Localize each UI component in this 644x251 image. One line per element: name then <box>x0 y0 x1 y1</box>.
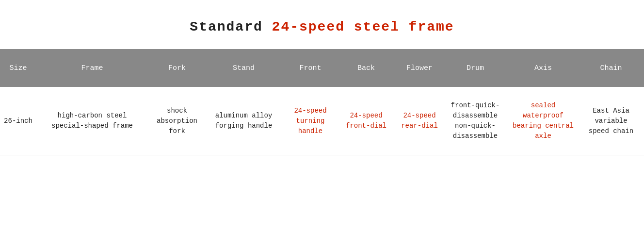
cell-axis: sealed waterproof bearing central axle <box>504 87 582 155</box>
cell-text-drum: front-quick- disassemble non-quick- disa… <box>451 100 500 141</box>
header-front: Front <box>281 49 339 87</box>
cell-frame: high-carbon steel special-shaped frame <box>36 87 148 155</box>
cell-front: 24-speed turning handle <box>281 87 339 155</box>
header-chain2: Chain <box>640 49 644 87</box>
cell-text-size: 26-inch <box>4 116 32 126</box>
cell-fork: shock absorption fork <box>148 87 206 155</box>
header-axis: Axis <box>504 49 582 87</box>
cell-text-stand: aluminum alloy forging handle <box>215 111 273 131</box>
cell-text-flower: 24-speed rear-dial <box>401 111 438 131</box>
title-part2: 24-speed steel frame <box>272 19 454 34</box>
table-body: 26-inchhigh-carbon steel special-shaped … <box>0 87 644 155</box>
header-drum: Drum <box>446 49 504 87</box>
cell-text-back: 24-speed front-dial <box>346 111 386 131</box>
header-back: Back <box>339 49 393 87</box>
title-section: Standard 24-speed steel frame <box>0 0 644 49</box>
cell-text-front: 24-speed turning handle <box>284 106 337 136</box>
header-frame: Frame <box>36 49 148 87</box>
cell-flower: 24-speed rear-dial <box>393 87 446 155</box>
header-stand: Stand <box>206 49 281 87</box>
header-row: Size Frame Fork Stand Front Back Flower … <box>0 49 644 87</box>
cell-text-frame: high-carbon steel special-shaped frame <box>51 111 133 131</box>
cell-back: 24-speed front-dial <box>339 87 393 155</box>
cell-chain1: East Asia variable speed chain <box>582 87 640 155</box>
cell-text-chain1: East Asia variable speed chain <box>589 106 633 136</box>
cell-drum: front-quick- disassemble non-quick- disa… <box>446 87 504 155</box>
header-flower: Flower <box>393 49 446 87</box>
header-fork: Fork <box>148 49 206 87</box>
cell-chain2: Silver Star mechanical wire disc brake <box>640 87 644 155</box>
title-part1: Standard <box>190 19 272 34</box>
cell-stand: aluminum alloy forging handle <box>206 87 281 155</box>
header-size: Size <box>0 49 36 87</box>
header-chain1: Chain <box>582 49 640 87</box>
cell-text-fork: shock absorption fork <box>150 106 204 136</box>
title: Standard 24-speed steel frame <box>190 19 454 34</box>
cell-text-axis: sealed waterproof bearing central axle <box>513 100 574 141</box>
cell-size: 26-inch <box>0 87 36 155</box>
table-row: 26-inchhigh-carbon steel special-shaped … <box>0 87 644 155</box>
